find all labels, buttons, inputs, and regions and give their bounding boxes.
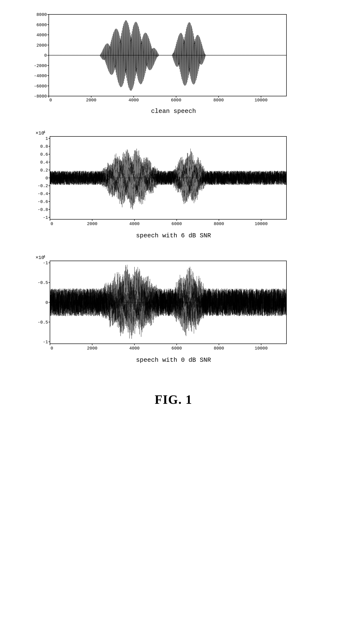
- chart1-wrapper: clean speech: [30, 10, 318, 115]
- chart3-label: speech with 0 dB SNR: [136, 356, 211, 364]
- figure-title: FIG. 1: [155, 392, 192, 407]
- chart1-canvas: [30, 10, 294, 106]
- chart2-label: speech with 6 dB SNR: [136, 232, 211, 239]
- chart1-label: clean speech: [151, 108, 196, 115]
- chart1-area: [30, 10, 318, 106]
- chart2-canvas: [30, 129, 294, 230]
- chart2-area: [30, 129, 318, 230]
- chart2-wrapper: speech with 6 dB SNR: [30, 129, 318, 239]
- figure-container: clean speech speech with 6 dB SNR speech…: [30, 10, 318, 407]
- chart3-canvas: [30, 254, 294, 354]
- chart3-wrapper: speech with 0 dB SNR: [30, 254, 318, 364]
- chart3-area: [30, 254, 318, 354]
